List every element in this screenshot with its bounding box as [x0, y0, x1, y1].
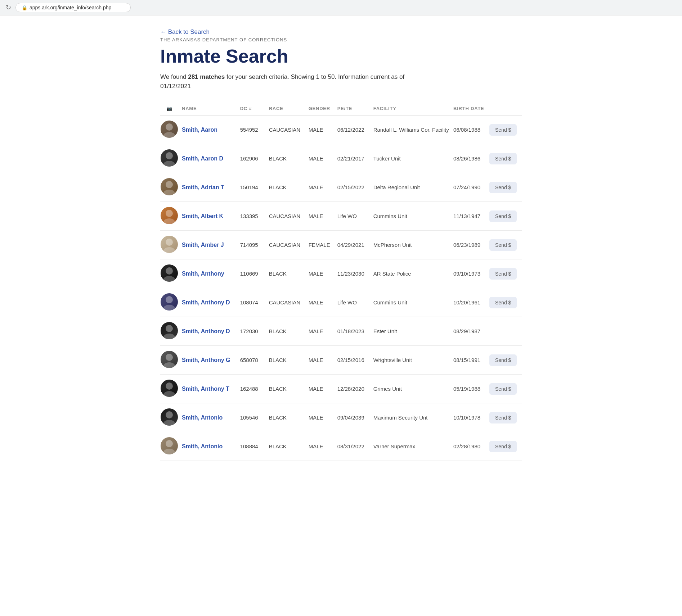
- col-header-race: RACE: [269, 102, 309, 115]
- inmate-action-cell: [489, 317, 522, 346]
- inmate-action-cell[interactable]: Send $: [489, 115, 522, 144]
- inmate-photo-cell: [160, 173, 182, 202]
- inmate-name-link[interactable]: Smith, Albert K: [182, 213, 223, 219]
- inmate-name-link[interactable]: Smith, Anthony: [182, 271, 224, 277]
- inmate-facility: Wrightsville Unit: [373, 346, 453, 375]
- inmate-photo-cell: [160, 288, 182, 317]
- send-money-button[interactable]: Send $: [489, 441, 517, 452]
- inmate-name-cell[interactable]: Smith, Adrian T: [182, 173, 240, 202]
- inmate-facility: Grimes Unit: [373, 375, 453, 403]
- inmate-action-cell[interactable]: Send $: [489, 432, 522, 461]
- inmate-action-cell[interactable]: Send $: [489, 288, 522, 317]
- inmate-facility: Varner Supermax: [373, 432, 453, 461]
- inmate-action-cell[interactable]: Send $: [489, 144, 522, 173]
- inmate-name-link[interactable]: Smith, Amber J: [182, 242, 224, 248]
- inmate-name-cell[interactable]: Smith, Aaron: [182, 115, 240, 144]
- inmate-dc: 133395: [240, 202, 269, 231]
- inmate-name-link[interactable]: Smith, Anthony T: [182, 386, 229, 392]
- refresh-icon[interactable]: ↻: [6, 4, 11, 12]
- inmate-name-cell[interactable]: Smith, Albert K: [182, 202, 240, 231]
- svg-point-5: [163, 190, 175, 195]
- send-money-button[interactable]: Send $: [489, 297, 517, 308]
- svg-point-2: [166, 152, 173, 159]
- inmate-race: BLACK: [269, 173, 309, 202]
- inmate-name-link[interactable]: Smith, Aaron D: [182, 155, 223, 162]
- send-money-button[interactable]: Send $: [489, 239, 517, 251]
- inmate-name-cell[interactable]: Smith, Anthony G: [182, 346, 240, 375]
- inmate-facility: Cummins Unit: [373, 202, 453, 231]
- inmate-action-cell[interactable]: Send $: [489, 403, 522, 432]
- inmate-race: BLACK: [269, 375, 309, 403]
- avatar: [161, 351, 178, 368]
- inmate-birth: 10/10/1978: [453, 403, 489, 432]
- inmate-name-link[interactable]: Smith, Anthony D: [182, 299, 230, 305]
- inmate-facility: Randall L. Williams Cor. Facility: [373, 115, 453, 144]
- inmate-gender: MALE: [309, 202, 337, 231]
- inmate-action-cell[interactable]: Send $: [489, 202, 522, 231]
- inmate-name-link[interactable]: Smith, Aaron: [182, 127, 217, 133]
- send-money-button[interactable]: Send $: [489, 412, 517, 424]
- send-money-button[interactable]: Send $: [489, 354, 517, 366]
- svg-point-23: [163, 449, 175, 454]
- inmate-birth: 05/19/1988: [453, 375, 489, 403]
- inmate-pete: 06/12/2022: [337, 115, 373, 144]
- back-to-search-link[interactable]: ← Back to Search: [160, 28, 210, 36]
- table-row: Smith, Amber J714095CAUCASIANFEMALE04/29…: [160, 231, 522, 259]
- inmate-action-cell[interactable]: Send $: [489, 375, 522, 403]
- inmate-gender: FEMALE: [309, 231, 337, 259]
- inmate-pete: 12/28/2020: [337, 375, 373, 403]
- inmate-name-cell[interactable]: Smith, Anthony T: [182, 375, 240, 403]
- send-money-button[interactable]: Send $: [489, 124, 517, 136]
- url-bar[interactable]: 🔒 apps.ark.org/inmate_info/search.php: [15, 3, 131, 12]
- inmate-dc: 108884: [240, 432, 269, 461]
- avatar: [161, 236, 178, 253]
- svg-point-10: [166, 267, 173, 275]
- inmate-action-cell[interactable]: Send $: [489, 173, 522, 202]
- match-count: 281 matches: [188, 73, 225, 80]
- svg-point-16: [166, 354, 173, 361]
- inmate-name-cell[interactable]: Smith, Anthony D: [182, 317, 240, 346]
- svg-point-3: [163, 161, 175, 167]
- inmate-name-cell[interactable]: Smith, Anthony: [182, 259, 240, 288]
- inmate-name-cell[interactable]: Smith, Aaron D: [182, 144, 240, 173]
- send-money-button[interactable]: Send $: [489, 210, 517, 222]
- inmate-name-cell[interactable]: Smith, Anthony D: [182, 288, 240, 317]
- inmate-gender: MALE: [309, 317, 337, 346]
- inmate-name-link[interactable]: Smith, Antonio: [182, 415, 223, 421]
- send-money-button[interactable]: Send $: [489, 268, 517, 280]
- inmate-dc: 105546: [240, 403, 269, 432]
- table-row: Smith, Anthony T162488BLACKMALE12/28/202…: [160, 375, 522, 403]
- table-row: Smith, Anthony D108074CAUCASIANMALELife …: [160, 288, 522, 317]
- inmate-race: CAUCASIAN: [269, 115, 309, 144]
- svg-point-21: [163, 420, 175, 426]
- results-summary: We found 281 matches for your search cri…: [160, 72, 522, 91]
- inmate-photo-cell: [160, 317, 182, 346]
- inmate-pete: 09/04/2039: [337, 403, 373, 432]
- inmate-pete: 11/23/2030: [337, 259, 373, 288]
- inmate-dc: 150194: [240, 173, 269, 202]
- inmate-pete: 01/18/2023: [337, 317, 373, 346]
- svg-point-17: [163, 362, 175, 368]
- inmate-action-cell[interactable]: Send $: [489, 259, 522, 288]
- inmate-gender: MALE: [309, 144, 337, 173]
- inmate-action-cell[interactable]: Send $: [489, 231, 522, 259]
- send-money-button[interactable]: Send $: [489, 153, 517, 164]
- inmate-gender: MALE: [309, 375, 337, 403]
- inmate-name-link[interactable]: Smith, Adrian T: [182, 184, 224, 190]
- inmate-name-cell[interactable]: Smith, Antonio: [182, 403, 240, 432]
- inmate-race: BLACK: [269, 317, 309, 346]
- inmate-action-cell[interactable]: Send $: [489, 346, 522, 375]
- col-header-facility: FACILITY: [373, 102, 453, 115]
- table-row: Smith, Aaron D162906BLACKMALE02/21/2017T…: [160, 144, 522, 173]
- inmate-name-cell[interactable]: Smith, Antonio: [182, 432, 240, 461]
- send-money-button[interactable]: Send $: [489, 182, 517, 193]
- inmate-gender: MALE: [309, 115, 337, 144]
- send-money-button[interactable]: Send $: [489, 383, 517, 395]
- inmate-name-link[interactable]: Smith, Antonio: [182, 443, 223, 449]
- summary-date: 01/12/2021: [160, 83, 191, 90]
- table-row: Smith, Antonio108884BLACKMALE08/31/2022V…: [160, 432, 522, 461]
- inmate-name-cell[interactable]: Smith, Amber J: [182, 231, 240, 259]
- inmate-name-link[interactable]: Smith, Anthony D: [182, 328, 230, 334]
- inmate-name-link[interactable]: Smith, Anthony G: [182, 357, 230, 363]
- col-header-dc: DC #: [240, 102, 269, 115]
